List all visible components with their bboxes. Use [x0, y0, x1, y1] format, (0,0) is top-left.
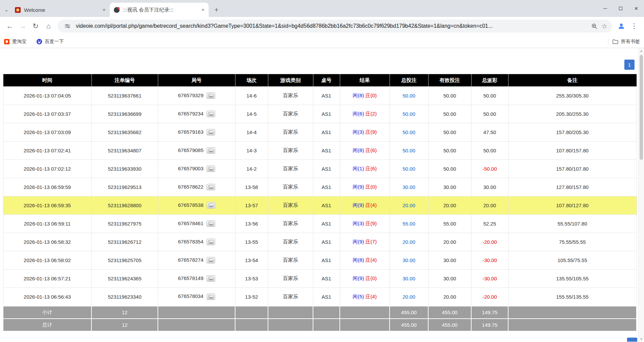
result-banker: 庄(4) — [366, 257, 377, 263]
total-bet-amount[interactable]: 55.00 — [402, 221, 415, 227]
bookmark-label: 百度一下 — [45, 39, 64, 45]
bet-record-row[interactable]: 2026-01-13 07:02:12523119633930676579003… — [3, 160, 637, 178]
round-number: 676579003 — [178, 166, 203, 171]
cell-valid-bet: 50.00 — [428, 142, 471, 160]
page-number-button[interactable]: 1 — [624, 60, 635, 70]
tab-welcome[interactable]: Welcome × — [11, 3, 110, 17]
round-result-image-icon[interactable] — [207, 294, 215, 300]
maximize-button[interactable] — [613, 0, 628, 17]
cell-round-number: 676579003 — [158, 160, 235, 178]
tab-betrecord[interactable]: :::视讯 会员下注纪录::: × — [110, 3, 209, 17]
summary-empty-cell — [268, 319, 313, 331]
scroll-up-icon[interactable]: ▲ — [639, 48, 644, 54]
site-settings-icon[interactable] — [62, 21, 72, 31]
bet-record-row[interactable]: 2026-01-13 06:58:02523119625705676578274… — [3, 251, 637, 270]
bet-record-row[interactable]: 2026-01-13 07:04:05523119637661676579329… — [3, 87, 637, 105]
cell-total-bet: 55.00 — [390, 215, 428, 233]
round-result-image-icon[interactable] — [207, 257, 215, 263]
total-bet-amount[interactable]: 50.00 — [402, 148, 415, 153]
cell-round-number: 676578149 — [158, 270, 235, 288]
zoom-icon[interactable] — [589, 21, 599, 31]
round-result-image-icon[interactable] — [207, 202, 215, 209]
round-result-image-icon[interactable] — [207, 147, 215, 154]
bet-record-row[interactable]: 2026-01-13 07:03:37523119636699676579234… — [3, 105, 637, 123]
cell-game-type: 百家乐 — [268, 270, 313, 288]
summary-valid-bet: 455.00 — [428, 306, 471, 319]
total-bet-amount[interactable]: 50.00 — [402, 166, 415, 172]
cell-time: 2026-01-13 07:02:41 — [3, 142, 91, 160]
bet-record-row[interactable]: 2026-01-13 06:59:59523119629513676578622… — [3, 178, 637, 196]
bet-record-row[interactable]: 2026-01-13 06:59:11523119627975676578461… — [3, 215, 637, 233]
cell-valid-bet: 55.00 — [428, 215, 471, 233]
bookmark-taobao[interactable]: 爱淘宝 — [4, 39, 26, 45]
cell-payout: 50.00 — [471, 142, 508, 160]
col-header-round-number: 局号 — [158, 74, 235, 87]
address-bar[interactable]: videoie.com/ipl/portal.php/game/betrecor… — [58, 20, 612, 33]
round-result-image-icon[interactable] — [207, 184, 215, 190]
col-header-valid-bet: 有效投注 — [428, 74, 471, 87]
summary-label: 小计 — [3, 306, 91, 319]
round-result-image-icon[interactable] — [207, 111, 215, 117]
round-result-image-icon[interactable] — [207, 129, 215, 135]
total-bet-amount[interactable]: 20.00 — [402, 294, 415, 300]
cell-table-number: AS1 — [313, 215, 340, 233]
cell-round-number: 676579234 — [158, 105, 235, 123]
col-header-game-type: 游戏类别 — [268, 74, 313, 87]
all-bookmarks-button[interactable]: 所有书签 — [612, 39, 640, 45]
total-bet-amount[interactable]: 20.00 — [402, 239, 415, 245]
result-player: 闲(9) — [353, 239, 364, 244]
round-result-image-icon[interactable] — [207, 239, 215, 245]
round-result-image-icon[interactable] — [207, 92, 215, 99]
page-number-button-bottom[interactable] — [627, 338, 637, 342]
total-bet-amount[interactable]: 50.00 — [402, 111, 415, 117]
round-result-image-icon[interactable] — [207, 275, 215, 282]
tab-close-icon[interactable]: × — [101, 7, 107, 13]
cell-payout: 20.00 — [471, 196, 508, 215]
cell-session: 14-4 — [235, 123, 268, 142]
bookmark-baidu[interactable]: 百度一下 — [37, 39, 64, 45]
total-bet-amount[interactable]: 30.00 — [402, 184, 415, 190]
round-result-image-icon[interactable] — [207, 220, 215, 227]
back-icon[interactable]: ← — [3, 20, 16, 33]
profile-avatar-icon[interactable] — [615, 20, 628, 33]
summary-payout: 149.75 — [471, 306, 508, 319]
bet-record-row[interactable]: 2026-01-13 07:02:41523119634807676579085… — [3, 142, 637, 160]
window-controls: × — [597, 0, 644, 17]
total-bet-amount[interactable]: 30.00 — [402, 276, 415, 281]
chevron-down-icon[interactable]: ⌄ — [2, 3, 11, 17]
summary-empty-cell — [508, 306, 637, 319]
forward-icon[interactable]: → — [16, 20, 29, 33]
url-text[interactable]: videoie.com/ipl/portal.php/game/betrecor… — [76, 23, 589, 29]
summary-empty-cell — [158, 319, 235, 331]
scroll-down-icon[interactable]: ▼ — [639, 336, 644, 342]
total-bet-amount[interactable]: 20.00 — [402, 202, 415, 208]
new-tab-button[interactable]: + — [211, 5, 222, 15]
result-banker: 庄(7) — [366, 239, 377, 244]
scrollbar-thumb[interactable] — [640, 55, 643, 160]
result-banker: 庄(0) — [366, 92, 377, 98]
cell-table-number: AS1 — [313, 251, 340, 270]
bet-record-row[interactable]: 2026-01-13 06:59:35523119628800676578538… — [3, 196, 637, 215]
close-button[interactable]: × — [628, 0, 644, 17]
minimize-button[interactable] — [597, 0, 613, 17]
col-header-payout: 总派彩 — [471, 74, 508, 87]
total-bet-amount[interactable]: 30.00 — [402, 257, 415, 263]
total-bet-amount[interactable]: 50.00 — [402, 93, 415, 99]
bookmark-star-icon[interactable]: ☆ — [599, 21, 609, 31]
home-icon[interactable]: ⌂ — [42, 20, 55, 33]
cell-time: 2026-01-13 06:59:35 — [3, 196, 91, 215]
cell-payout: 47.50 — [471, 123, 508, 142]
bet-record-row[interactable]: 2026-01-13 06:56:43523119623340676578034… — [3, 288, 637, 306]
bet-record-row[interactable]: 2026-01-13 06:58:32523119626712676578354… — [3, 233, 637, 251]
bet-record-row[interactable]: 2026-01-13 06:57:21523119624365676578149… — [3, 270, 637, 288]
browser-menu-icon[interactable]: ⋮ — [628, 20, 641, 33]
cell-bet-number: 523119628800 — [91, 196, 158, 215]
cell-valid-bet: 50.00 — [428, 123, 471, 142]
cell-session: 13-56 — [235, 215, 268, 233]
bet-record-row[interactable]: 2026-01-13 07:03:09523119635682676579163… — [3, 123, 637, 142]
total-bet-amount[interactable]: 50.00 — [402, 129, 415, 135]
refresh-icon[interactable]: ↻ — [29, 20, 42, 33]
page-scrollbar[interactable]: ▲ ▼ — [638, 48, 644, 342]
tab-close-icon[interactable]: × — [200, 7, 206, 13]
round-result-image-icon[interactable] — [207, 166, 215, 172]
